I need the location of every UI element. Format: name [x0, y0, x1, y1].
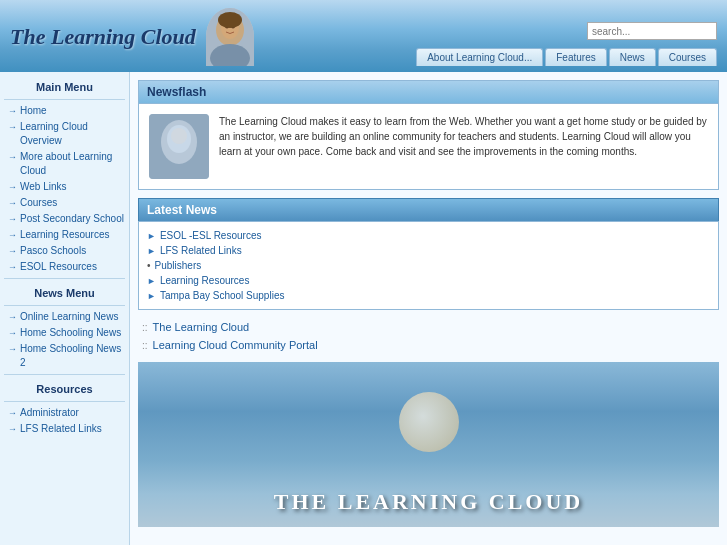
nav-tabs: About Learning Cloud... Features News Co…: [416, 48, 717, 66]
tab-features[interactable]: Features: [545, 48, 606, 66]
sidebar-item-homeschooling[interactable]: → Home Schooling News: [0, 325, 129, 341]
news-menu-title: News Menu: [0, 282, 129, 302]
sidebar-divider-2: [4, 278, 125, 279]
arrow-icon: →: [8, 151, 17, 164]
sidebar-item-administrator[interactable]: → Administrator: [0, 405, 129, 421]
arrow-icon: →: [8, 121, 17, 134]
news-item-lfs[interactable]: ► LFS Related Links: [147, 243, 710, 258]
newsflash-header: Newsflash: [138, 80, 719, 103]
sidebar-divider-4: [4, 374, 125, 375]
sidebar-divider-5: [4, 401, 125, 402]
sidebar-item-esol[interactable]: → ESOL Resources: [0, 259, 129, 275]
latestnews-header: Latest News: [138, 198, 719, 221]
resources-title: Resources: [0, 378, 129, 398]
newsflash-text: The Learning Cloud makes it easy to lear…: [219, 114, 708, 179]
tab-courses[interactable]: Courses: [658, 48, 717, 66]
sidebar-item-postsecondary[interactable]: → Post Secondary School: [0, 211, 129, 227]
svg-point-6: [218, 12, 242, 28]
latestnews-body: ► ESOL -ESL Resources ► LFS Related Link…: [138, 221, 719, 310]
news-item-esol[interactable]: ► ESOL -ESL Resources: [147, 228, 710, 243]
search-input[interactable]: [587, 22, 717, 40]
arrow-icon: →: [8, 197, 17, 210]
sidebar-divider-3: [4, 305, 125, 306]
logo-text: The Learning Cloud: [10, 24, 196, 50]
sidebar: Main Menu → Home → Learning Cloud Overvi…: [0, 72, 130, 545]
search-bar: [587, 22, 717, 40]
sidebar-item-more[interactable]: → More about Learning Cloud: [0, 149, 129, 179]
link-row-2[interactable]: :: Learning Cloud Community Portal: [138, 336, 719, 354]
arrow-icon: →: [8, 105, 17, 118]
logo-avatar: [206, 8, 254, 66]
double-arrow-icon: ::: [142, 340, 148, 351]
header-right: About Learning Cloud... Features News Co…: [406, 16, 727, 72]
image-section: THE LEARNING CLOUD: [138, 362, 719, 527]
sidebar-item-overview[interactable]: → Learning Cloud Overview: [0, 119, 129, 149]
news-item-tampabay[interactable]: ► Tampa Bay School Supplies: [147, 288, 710, 303]
content: Newsflash The Learning Cloud makes it ea…: [130, 72, 727, 545]
tab-about[interactable]: About Learning Cloud...: [416, 48, 543, 66]
tab-news[interactable]: News: [609, 48, 656, 66]
sidebar-item-weblinks[interactable]: → Web Links: [0, 179, 129, 195]
bullet-icon: •: [147, 260, 151, 271]
sidebar-item-lfslinks[interactable]: → LFS Related Links: [0, 421, 129, 437]
links-section: :: The Learning Cloud :: Learning Cloud …: [138, 318, 719, 354]
news-item-publishers[interactable]: • Publishers: [147, 258, 710, 273]
arrow-icon: →: [8, 213, 17, 226]
sidebar-item-home[interactable]: → Home: [0, 103, 129, 119]
sidebar-item-courses[interactable]: → Courses: [0, 195, 129, 211]
arrow-icon: →: [8, 261, 17, 274]
double-arrow-icon: ::: [142, 322, 148, 333]
arrow-icon: →: [8, 181, 17, 194]
arrow-icon: →: [8, 327, 17, 340]
main-layout: Main Menu → Home → Learning Cloud Overvi…: [0, 72, 727, 545]
arrow-icon: →: [8, 245, 17, 258]
sidebar-item-onlinelearning[interactable]: → Online Learning News: [0, 309, 129, 325]
arrow-icon: ►: [147, 246, 156, 256]
logo-area: The Learning Cloud: [0, 2, 406, 72]
sidebar-item-homeschooling2[interactable]: → Home Schooling News 2: [0, 341, 129, 371]
newsflash-image: [149, 114, 209, 179]
newsflash-body: The Learning Cloud makes it easy to lear…: [138, 103, 719, 190]
svg-point-10: [171, 128, 187, 144]
arrow-icon: →: [8, 311, 17, 324]
link-row-1[interactable]: :: The Learning Cloud: [138, 318, 719, 336]
header: The Learning Cloud About Learning Cloud.…: [0, 0, 727, 72]
arrow-icon: ►: [147, 231, 156, 241]
news-item-learningres[interactable]: ► Learning Resources: [147, 273, 710, 288]
moon-image: [399, 392, 459, 452]
arrow-icon: →: [8, 423, 17, 436]
arrow-icon: →: [8, 229, 17, 242]
main-menu-title: Main Menu: [0, 76, 129, 96]
sidebar-item-pasco[interactable]: → Pasco Schools: [0, 243, 129, 259]
arrow-icon: ►: [147, 276, 156, 286]
arrow-icon: →: [8, 407, 17, 420]
arrow-icon: ►: [147, 291, 156, 301]
image-title: THE LEARNING CLOUD: [274, 489, 583, 527]
sidebar-item-learningresources[interactable]: → Learning Resources: [0, 227, 129, 243]
sidebar-divider-1: [4, 99, 125, 100]
arrow-icon: →: [8, 343, 17, 356]
